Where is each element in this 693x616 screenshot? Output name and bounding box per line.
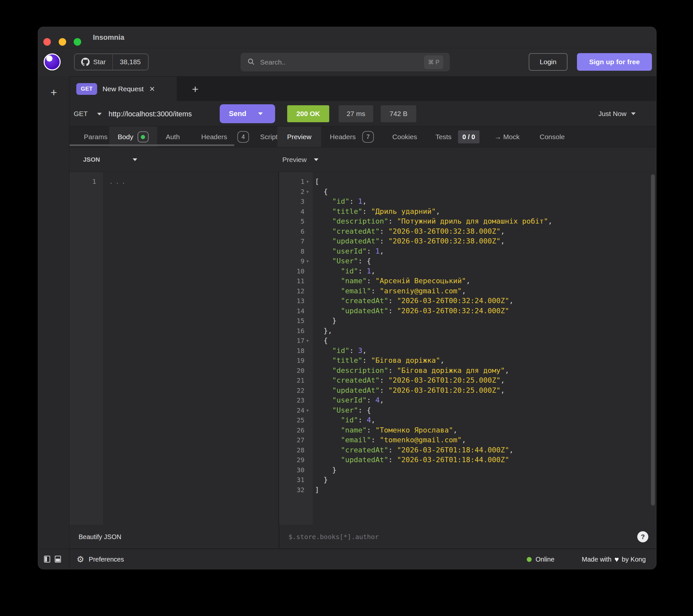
tab-console[interactable]: Console: [534, 126, 571, 147]
tab-tests[interactable]: Tests: [431, 126, 456, 147]
code-line: [: [315, 177, 553, 187]
maximize-window-button[interactable]: [74, 38, 81, 46]
layout-toggles: [38, 549, 70, 569]
fold-arrow-icon[interactable]: ▾: [304, 179, 311, 184]
fold-toggle-line-number[interactable]: 2▾: [279, 187, 313, 197]
tab-strip-scrollbar[interactable]: [70, 144, 234, 146]
line-number: 25: [279, 415, 313, 425]
body-set-indicator: [138, 131, 148, 142]
code-line: ]: [315, 485, 553, 495]
code-line: "User": {: [315, 405, 553, 416]
code-line: "name": "Томенко Ярослава",: [315, 425, 553, 435]
line-number: 6: [279, 226, 313, 237]
tab-mock[interactable]: → Mock: [490, 126, 524, 147]
search-input[interactable]: [259, 58, 424, 66]
preview-chevron-icon: [314, 158, 318, 161]
star-count[interactable]: 38,185: [113, 54, 148, 70]
code-line: "id": 1,: [315, 197, 553, 207]
online-dot-icon: [527, 557, 532, 562]
line-number: 10: [279, 266, 313, 276]
online-status[interactable]: Online: [527, 549, 554, 569]
response-filter-input[interactable]: [288, 533, 637, 541]
code-line: }: [315, 465, 553, 475]
response-scrollbar[interactable]: [651, 174, 655, 505]
signup-button[interactable]: Sign up for free: [577, 53, 652, 71]
tab-body-label: Body: [118, 133, 133, 141]
tab-cookies[interactable]: Cookies: [387, 126, 422, 147]
editor-action-bar: Beautify JSON ?: [70, 525, 656, 549]
code-line: "title": "Дриль ударний",: [315, 207, 553, 217]
line-number: 3: [279, 197, 313, 207]
star-segment[interactable]: Star: [75, 54, 113, 70]
titlebar: Insomnia: [38, 27, 656, 48]
method-badge: GET: [76, 83, 97, 95]
tab-title: New Request: [102, 85, 143, 93]
sidebar-add-button[interactable]: +: [38, 86, 70, 99]
minimize-window-button[interactable]: [59, 38, 66, 46]
line-number: 5: [279, 216, 313, 226]
login-button[interactable]: Login: [529, 53, 568, 71]
response-history-dropdown[interactable]: Just Now: [598, 101, 636, 126]
github-star-button[interactable]: Star 38,185: [74, 54, 148, 71]
editor-panes: 1 ... 1▾2▾3456789▾1011121314151617▾18192…: [70, 172, 656, 525]
fold-toggle-line-number[interactable]: 17▾: [279, 336, 313, 346]
line-number: 26: [279, 425, 313, 435]
method-chevron-icon[interactable]: [97, 113, 102, 115]
send-options-chevron-icon[interactable]: [258, 113, 263, 115]
code-line: "id": 1,: [315, 266, 553, 276]
line-number: 16: [279, 326, 313, 336]
method-dropdown[interactable]: GET: [74, 101, 88, 126]
code-line: "userId": 1,: [315, 246, 553, 257]
line-number: 23: [279, 395, 313, 405]
code-line: {: [315, 336, 553, 346]
send-button[interactable]: Send: [220, 104, 275, 123]
filter-help-button[interactable]: ?: [637, 531, 648, 542]
code-line: "updatedAt": "2026-03-26T00:32:24.000Z": [315, 306, 553, 316]
response-code-lines: [ { "id": 1, "title": "Дриль ударний", "…: [315, 177, 553, 495]
code-line: "updatedAt": "2026-03-26T00:32:38.000Z",: [315, 236, 553, 246]
window-title: Insomnia: [93, 27, 124, 48]
line-number: 29: [279, 455, 313, 465]
preview-mode-dropdown[interactable]: Preview: [282, 147, 318, 172]
search-bar[interactable]: ⌘ P: [241, 53, 450, 72]
status-bar: ⚙ Preferences Online Made with ♥ by Kong: [38, 549, 656, 569]
tab-scripts[interactable]: Scripts: [260, 126, 280, 147]
history-chevron-icon: [631, 113, 636, 115]
body-editor-content[interactable]: ...: [109, 177, 128, 187]
vertical-layout-icon[interactable]: [44, 556, 50, 562]
fold-arrow-icon[interactable]: ▾: [304, 258, 311, 264]
search-shortcut-hint: ⌘ P: [424, 55, 443, 69]
credit-prefix: Made with: [582, 556, 612, 563]
response-gutter: 1▾2▾3456789▾1011121314151617▾18192021222…: [279, 172, 313, 525]
fold-toggle-line-number[interactable]: 9▾: [279, 256, 313, 266]
app-window: Insomnia Star 38,185 ⌘ P Login Sign up f…: [38, 27, 656, 569]
code-line: }: [315, 475, 553, 485]
editor-headers: JSON Preview: [70, 147, 656, 172]
fold-arrow-icon[interactable]: ▾: [304, 189, 311, 194]
tab-preview[interactable]: Preview: [277, 126, 321, 147]
new-tab-button[interactable]: +: [185, 77, 205, 101]
close-window-button[interactable]: [43, 38, 51, 46]
fold-toggle-line-number[interactable]: 1▾: [279, 177, 313, 187]
code-line: "description": "Потужний дриль для домаш…: [315, 216, 553, 226]
beautify-json-button[interactable]: Beautify JSON: [79, 525, 121, 549]
tab-response-headers[interactable]: Headers: [326, 126, 359, 147]
fold-arrow-icon[interactable]: ▾: [304, 408, 311, 413]
request-tab-strip: GET New Request × +: [38, 76, 656, 101]
preview-mode-label: Preview: [282, 156, 307, 164]
close-tab-icon[interactable]: ×: [150, 86, 155, 92]
line-number: 12: [279, 286, 313, 296]
response-headers-count-badge: 7: [362, 131, 374, 143]
body-language-dropdown[interactable]: JSON: [83, 147, 137, 172]
horizontal-layout-icon[interactable]: [55, 556, 61, 562]
insomnia-logo-icon[interactable]: [44, 54, 61, 71]
line-number: 20: [279, 366, 313, 376]
line-number: 27: [279, 435, 313, 445]
line-number: 22: [279, 385, 313, 396]
fold-toggle-line-number[interactable]: 24▾: [279, 405, 313, 416]
preferences-button[interactable]: ⚙ Preferences: [77, 549, 124, 569]
app-header: Star 38,185 ⌘ P Login Sign up for free: [38, 48, 656, 76]
fold-arrow-icon[interactable]: ▾: [304, 338, 311, 343]
code-line: }: [315, 316, 553, 326]
request-tab[interactable]: GET New Request ×: [70, 77, 177, 101]
